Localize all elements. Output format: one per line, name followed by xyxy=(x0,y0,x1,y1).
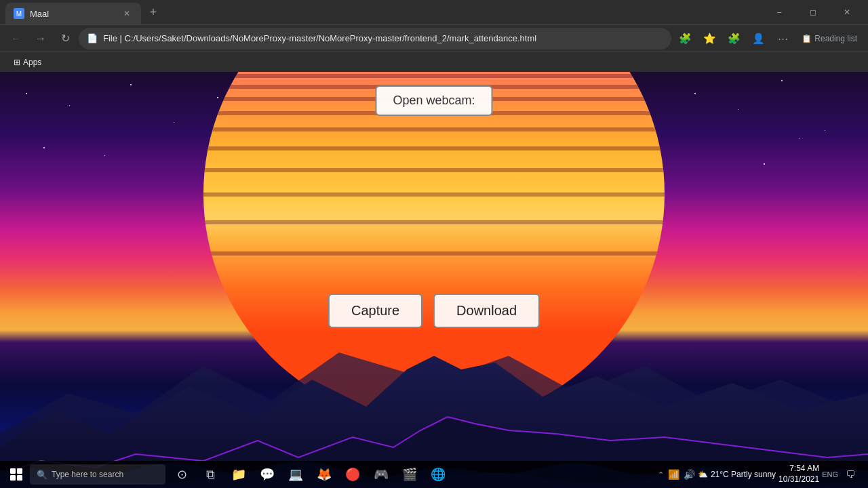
minimize-button[interactable]: – xyxy=(764,1,795,23)
maximize-button[interactable]: ◻ xyxy=(797,1,829,23)
brave-icon: 🔴 xyxy=(345,467,360,482)
url-display: File | C:/Users/Saket/Downloads/NoMorePr… xyxy=(103,33,663,43)
chrome-icon: 🌐 xyxy=(431,467,446,482)
address-file-icon: 📄 xyxy=(87,33,98,43)
clock-time: 7:54 AM xyxy=(778,464,819,474)
action-buttons: Capture Download xyxy=(328,293,540,328)
taskbar: 🔍 Type here to search ⊙ ⧉ 📁 💬 💻 🦊 🔴 🎮 🎬 xyxy=(0,461,868,488)
tab-favicon: M xyxy=(14,8,24,19)
task-view-icon: ⧉ xyxy=(206,468,215,482)
favorites-icon[interactable]: ⭐ xyxy=(698,28,720,49)
nav-toolbar: ← → ↻ 📄 File | C:/Users/Saket/Downloads/… xyxy=(0,24,868,52)
download-button[interactable]: Download xyxy=(433,293,540,328)
app2-icon: 🎮 xyxy=(374,467,389,482)
refresh-button[interactable]: ↻ xyxy=(54,28,76,49)
apps-bookmark[interactable]: ⊞ Apps xyxy=(8,56,47,68)
close-button[interactable]: ✕ xyxy=(831,1,863,23)
terminal-icon: 💻 xyxy=(288,467,303,482)
firefox-icon: 🦊 xyxy=(317,467,332,482)
new-tab-button[interactable]: + xyxy=(144,3,163,22)
address-bar[interactable]: 📄 File | C:/Users/Saket/Downloads/NoMore… xyxy=(79,28,671,49)
browser-window: M Maal ✕ + – ◻ ✕ ← → ↻ 📄 File | C:/Users… xyxy=(0,0,868,488)
weather-icon: ⛅ xyxy=(698,470,708,479)
taskbar-app-icons: ⊙ ⧉ 📁 💬 💻 🦊 🔴 🎮 🎬 🌐 xyxy=(168,461,452,488)
taskbar-vlc-icon[interactable]: 🎬 xyxy=(396,461,423,488)
search-icon: 🔍 xyxy=(37,470,47,480)
taskbar-search-bar[interactable]: 🔍 Type here to search xyxy=(30,464,165,485)
taskbar-chrome-icon[interactable]: 🌐 xyxy=(425,461,452,488)
page-content: Open webcam: Capture Download xyxy=(0,72,868,488)
volume-icon[interactable]: 🔊 xyxy=(684,469,695,480)
tab-title: Maal xyxy=(30,9,115,19)
browser-tab[interactable]: M Maal ✕ xyxy=(5,3,141,24)
weather-widget[interactable]: ⛅ 21°C Partly sunny xyxy=(698,470,776,479)
file-explorer-icon: 📁 xyxy=(231,467,246,482)
taskbar-hyper-icon[interactable]: 💻 xyxy=(282,461,309,488)
taskbar-task-view-icon[interactable]: ⧉ xyxy=(197,461,224,488)
notification-button[interactable]: 🗨 xyxy=(841,465,860,484)
title-bar: M Maal ✕ + – ◻ ✕ xyxy=(0,0,868,24)
bookmarks-bar: ⊞ Apps xyxy=(0,52,868,72)
discord-icon: 💬 xyxy=(260,467,275,482)
network-icon[interactable]: 📶 xyxy=(668,469,679,480)
collections-icon[interactable]: 🧩 xyxy=(723,28,745,49)
start-button[interactable] xyxy=(3,461,30,488)
apps-grid-icon: ⊞ xyxy=(14,58,20,67)
settings-icon[interactable]: ⋯ xyxy=(772,28,793,49)
tray-overflow-icon[interactable]: ⌃ xyxy=(658,470,664,479)
back-button[interactable]: ← xyxy=(5,28,27,49)
cortana-icon: ⊙ xyxy=(177,467,187,482)
background xyxy=(0,72,868,488)
webcam-label: Open webcam: xyxy=(375,85,492,116)
profile-icon[interactable]: 👤 xyxy=(747,28,769,49)
taskbar-search-placeholder: Type here to search xyxy=(52,470,123,479)
reading-list-label: Reading list xyxy=(814,34,857,43)
taskbar-right: ⌃ 📶 🔊 ⛅ 21°C Partly sunny 7:54 AM 10/31/… xyxy=(658,464,865,485)
extensions-icon[interactable]: 🧩 xyxy=(674,28,696,49)
reading-list-icon: 📋 xyxy=(802,34,812,43)
taskbar-discord-icon[interactable]: 💬 xyxy=(254,461,281,488)
reading-list-button[interactable]: 📋 Reading list xyxy=(796,31,863,46)
taskbar-explorer-icon[interactable]: 📁 xyxy=(225,461,252,488)
taskbar-firefox-icon[interactable]: 🦊 xyxy=(311,461,338,488)
windows-logo-icon xyxy=(10,468,22,481)
taskbar-app2-icon[interactable]: 🎮 xyxy=(368,461,395,488)
language-indicator[interactable]: ENG xyxy=(822,470,838,479)
vlc-icon: 🎬 xyxy=(402,467,417,482)
apps-label: Apps xyxy=(23,58,41,67)
capture-button[interactable]: Capture xyxy=(328,293,422,328)
webcam-label-text: Open webcam: xyxy=(393,94,475,107)
toolbar-right-actions: 🧩 ⭐ 🧩 👤 ⋯ 📋 Reading list xyxy=(674,28,863,49)
taskbar-brave-icon[interactable]: 🔴 xyxy=(339,461,366,488)
system-tray-icons: ⌃ 📶 🔊 xyxy=(658,469,695,480)
window-controls: – ◻ ✕ xyxy=(764,1,863,23)
tab-close-button[interactable]: ✕ xyxy=(121,7,133,20)
notification-icon: 🗨 xyxy=(846,469,855,480)
clock-date: 10/31/2021 xyxy=(778,474,819,485)
weather-text: 21°C Partly sunny xyxy=(711,470,776,479)
taskbar-clock[interactable]: 7:54 AM 10/31/2021 xyxy=(778,464,819,485)
taskbar-cortana-icon[interactable]: ⊙ xyxy=(168,461,195,488)
forward-button[interactable]: → xyxy=(30,28,52,49)
